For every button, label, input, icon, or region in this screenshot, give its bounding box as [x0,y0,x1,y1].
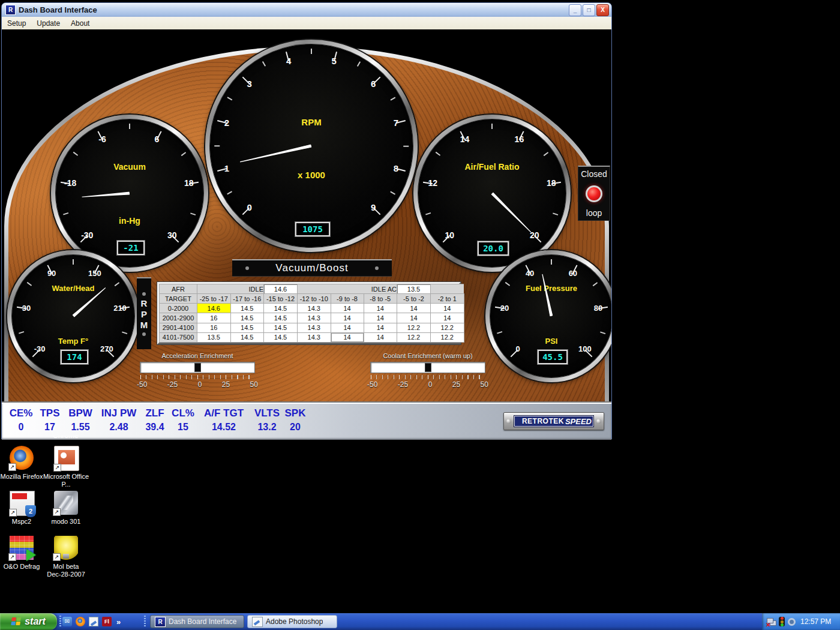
afr-cell-r0c2[interactable]: 14.5 [264,304,298,313]
menu-item-update[interactable]: Update [31,18,65,29]
close-button[interactable]: X [596,4,609,16]
desktop-icon-label[interactable]: O&O Defrag [0,563,45,571]
slider-thumb[interactable] [194,363,201,372]
afr-cell-r0c5[interactable]: 14 [364,304,397,313]
afr-cell-r0c3[interactable]: 14.3 [298,304,331,313]
afr-cell-r1c4[interactable]: 14 [331,313,364,323]
afr-cell-r3c6[interactable]: 12.2 [397,332,431,342]
slider-thumb[interactable] [425,363,431,372]
desktop-icon-label[interactable]: Mspc2 [0,518,45,526]
afr-cell-r0c7[interactable]: 14 [431,304,464,313]
afr-cell-r0c0[interactable]: 14.6 [197,304,231,313]
slider-tick-marks [371,375,485,379]
vacuum-title-label: Vacuum [82,162,178,172]
menu-item-setup[interactable]: Setup [2,18,31,29]
slider-track[interactable] [140,362,255,373]
fuel-scale-label: 0 [507,344,529,353]
afr-cell-r3c2[interactable]: 14.5 [264,332,298,342]
afr-cell-r3c7[interactable]: 12.2 [431,332,464,342]
desktop-icon-mspc[interactable]: 2↗ [10,491,35,516]
fuel-unit-label: PSI [503,337,599,346]
afr-cell-r3c4[interactable]: 14 [331,332,364,342]
quicklaunch-drag-handle[interactable] [59,616,61,628]
traffic-light-icon[interactable] [779,617,785,626]
desktop-icon-label[interactable]: Mozilla Firefox [0,473,45,481]
afr-col-header: -12 to -10 [298,294,331,304]
start-button[interactable]: start [0,613,57,630]
water-tick [73,259,74,265]
stat-label: BPW [68,407,92,420]
photoshop-icon[interactable] [89,617,98,626]
afr-cell-r2c4[interactable]: 14 [331,323,364,332]
shortcut-arrow-icon: ↗ [53,553,61,561]
desktop-icon-label[interactable]: Microsoft Office P... [43,473,89,488]
afr-cell-r2c0[interactable]: 16 [197,323,231,332]
afr-cell-r3c5[interactable]: 14 [364,332,397,342]
afr-cell-r0c6[interactable]: 14 [397,304,431,313]
afr-cell-r2c2[interactable]: 14.5 [264,323,298,332]
clipped-desktop-label[interactable]: Chrome [53,436,79,440]
desktop-icon-label[interactable]: modo 301 [43,518,89,526]
taskband-drag-handle[interactable] [144,616,146,628]
afr-cell-r0c1[interactable]: 14.5 [230,304,264,313]
afr-col-header: -17 to -16 [230,294,264,304]
task-button-adobe-photoshop[interactable]: Adobe Photoshop [247,615,337,628]
rpm-plate-letter: M [140,320,148,330]
vacuum-tick [129,124,130,129]
afr-cell-r1c2[interactable]: 14.5 [264,313,298,323]
water-scale-label: 90 [41,269,62,278]
screw-icon [506,419,511,424]
afr-cell-r2c1[interactable]: 14.5 [230,323,264,332]
volume-icon[interactable] [788,618,796,626]
afr-cell-r0c4[interactable]: 14 [331,304,364,313]
afr-cell-r2c6[interactable]: 12.2 [397,323,431,332]
stat-value: 17 [44,420,55,434]
network-error-icon[interactable]: ✕ [767,618,776,626]
rpm-tick [311,49,312,54]
desktop-icon-label[interactable]: MoI beta Dec-28-2007 [43,563,89,578]
app-window: R Dash Board Interface _ □ X SetupUpdate… [2,3,611,439]
afr-cell-r1c0[interactable]: 16 [197,313,231,323]
afr-cell-r2c7[interactable]: 12.2 [431,323,464,332]
water-scale-label: -30 [29,344,50,353]
afr-cell-r1c7[interactable]: 14 [431,313,464,323]
water-unit-label: Temp F° [25,337,121,346]
rpm-scale-label: 7 [385,118,407,128]
minimize-button[interactable]: _ [569,4,581,16]
desktop-icon-powerpoint[interactable]: ↗ [54,446,79,471]
mail-icon[interactable]: ✉ [62,617,72,626]
title-bar[interactable]: R Dash Board Interface _ □ X [2,3,611,17]
menu-item-about[interactable]: About [65,18,95,29]
maximize-button[interactable]: □ [583,4,595,16]
afr-col-header: -25 to -17 [197,294,231,304]
afr-cell-r1c3[interactable]: 14.3 [298,313,331,323]
idle-value-field[interactable]: 14.6 [264,284,298,294]
firefox-icon[interactable] [76,617,85,626]
afr-cell-r3c0[interactable]: 13.5 [197,332,231,342]
desktop-icon-defrag[interactable]: ↗ [10,536,34,560]
afr-cell-r3c1[interactable]: 14.5 [230,332,264,342]
afr-cell-r1c1[interactable]: 14.5 [230,313,264,323]
water-scale-label: 210 [109,304,131,313]
stat-value: 2.48 [109,420,128,434]
desktop-icon-firefox[interactable]: ↗ [10,446,34,470]
afr-cell-r2c5[interactable]: 14 [364,323,397,332]
brand-plate: RETROTEK SPEED [503,412,604,430]
water-gauge: -303090150210270Water/HeadTemp F°174 [7,250,139,382]
shortcut-arrow-icon: ↗ [9,509,17,517]
task-button-dash-board-interface[interactable]: RDash Board Interface [150,615,244,628]
desktop-icon-modo[interactable]: ↗ [54,491,78,515]
afr-corner-bottom: TARGET [160,294,197,304]
afr-cell-r1c6[interactable]: 14 [397,313,431,323]
idle-ac-value-field[interactable]: 13.5 [397,284,431,294]
quicklaunch-overflow-chevron-icon[interactable]: » [116,617,121,626]
rpm-axis-plate: RPM [137,277,151,349]
afr-spacer [331,284,364,294]
water-digital-readout: 174 [61,350,88,364]
flash-icon[interactable]: Fl [102,617,112,626]
desktop-icon-moi[interactable]: ↗ [54,536,78,560]
afr-cell-r1c5[interactable]: 14 [364,313,397,323]
slider-track[interactable] [370,362,485,373]
afr-cell-r2c3[interactable]: 14.3 [298,323,331,332]
afr-cell-r3c3[interactable]: 14.3 [298,332,331,342]
